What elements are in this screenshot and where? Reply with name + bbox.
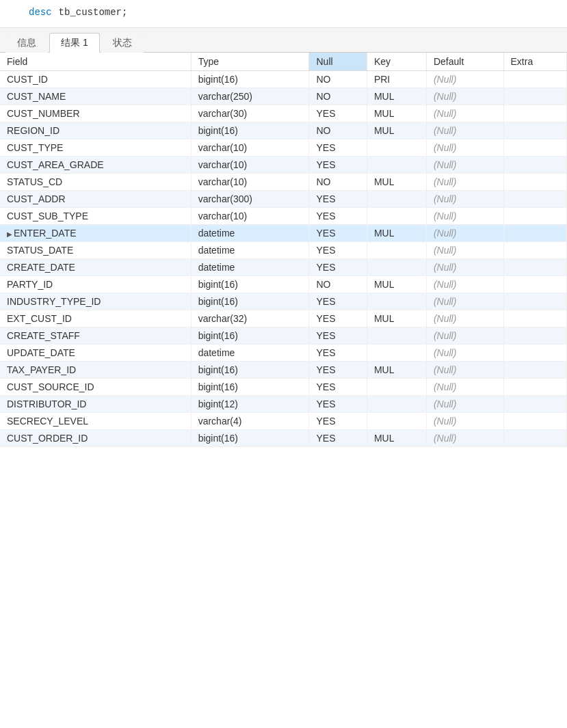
- table-row[interactable]: SECRECY_LEVELvarchar(4)YES(Null): [0, 413, 567, 430]
- cell-extra: [503, 259, 567, 276]
- cell-field: CREATE_DATE: [0, 259, 191, 276]
- table-row[interactable]: EXT_CUST_IDvarchar(32)YESMUL(Null): [0, 310, 567, 327]
- cell-extra: [503, 208, 567, 225]
- cell-null: YES: [309, 225, 367, 242]
- cell-null: NO: [309, 71, 367, 88]
- table-row[interactable]: UPDATE_DATEdatetimeYES(Null): [0, 345, 567, 362]
- cell-extra: [503, 362, 567, 379]
- cell-default: (Null): [426, 208, 503, 225]
- cell-null: YES: [309, 191, 367, 208]
- code-line: desc tb_customer;: [11, 7, 556, 18]
- col-header-null: Null: [309, 53, 367, 71]
- results-area: FieldTypeNullKeyDefaultExtra CUST_IDbigi…: [0, 53, 567, 447]
- cell-null: YES: [309, 327, 367, 345]
- table-row[interactable]: CUST_AREA_GRADEvarchar(10)YES(Null): [0, 157, 567, 174]
- cell-field: CUST_TYPE: [0, 139, 191, 157]
- cell-extra: [503, 105, 567, 122]
- cell-field: TAX_PAYER_ID: [0, 362, 191, 379]
- col-header-key: Key: [367, 53, 426, 71]
- table-row[interactable]: CUST_IDbigint(16)NOPRI(Null): [0, 71, 567, 88]
- cell-default: (Null): [426, 174, 503, 191]
- cell-extra: [503, 276, 567, 293]
- cell-key: [367, 293, 426, 310]
- cell-key: [367, 157, 426, 174]
- cell-type: bigint(16): [191, 362, 309, 379]
- table-row[interactable]: STATUS_DATEdatetimeYES(Null): [0, 242, 567, 259]
- cell-extra: [503, 327, 567, 345]
- col-header-default: Default: [426, 53, 503, 71]
- cell-type: bigint(16): [191, 379, 309, 396]
- table-row[interactable]: CUST_TYPEvarchar(10)YES(Null): [0, 139, 567, 157]
- cell-field: ENTER_DATE: [0, 225, 191, 242]
- cell-field: UPDATE_DATE: [0, 345, 191, 362]
- table-row[interactable]: CUST_ADDRvarchar(300)YES(Null): [0, 191, 567, 208]
- cell-default: (Null): [426, 345, 503, 362]
- cell-null: NO: [309, 276, 367, 293]
- cell-field: INDUSTRY_TYPE_ID: [0, 293, 191, 310]
- table-row[interactable]: ENTER_DATEdatetimeYESMUL(Null): [0, 225, 567, 242]
- table-row[interactable]: REGION_IDbigint(16)NOMUL(Null): [0, 122, 567, 139]
- tab-信息[interactable]: 信息: [5, 33, 48, 53]
- tab-结果 1[interactable]: 结果 1: [49, 33, 100, 53]
- cell-key: [367, 139, 426, 157]
- cell-type: bigint(16): [191, 327, 309, 345]
- cell-extra: [503, 430, 567, 447]
- cell-key: [367, 327, 426, 345]
- cell-default: (Null): [426, 362, 503, 379]
- table-row[interactable]: CUST_NUMBERvarchar(30)YESMUL(Null): [0, 105, 567, 122]
- cell-extra: [503, 139, 567, 157]
- cell-field: STATUS_CD: [0, 174, 191, 191]
- table-row[interactable]: PARTY_IDbigint(16)NOMUL(Null): [0, 276, 567, 293]
- cell-default: (Null): [426, 293, 503, 310]
- cell-field: CUST_ORDER_ID: [0, 430, 191, 447]
- cell-field: SECRECY_LEVEL: [0, 413, 191, 430]
- cell-key: MUL: [367, 122, 426, 139]
- table-row[interactable]: CREATE_STAFFbigint(16)YES(Null): [0, 327, 567, 345]
- code-identifier: tb_customer;: [59, 7, 128, 18]
- cell-field: CUST_ID: [0, 71, 191, 88]
- cell-type: varchar(30): [191, 105, 309, 122]
- results-table: FieldTypeNullKeyDefaultExtra CUST_IDbigi…: [0, 53, 567, 447]
- cell-extra: [503, 71, 567, 88]
- cell-extra: [503, 293, 567, 310]
- cell-type: varchar(4): [191, 413, 309, 430]
- cell-type: datetime: [191, 242, 309, 259]
- cell-extra: [503, 345, 567, 362]
- table-row[interactable]: CUST_NAMEvarchar(250)NOMUL(Null): [0, 88, 567, 105]
- cell-extra: [503, 122, 567, 139]
- cell-extra: [503, 396, 567, 413]
- cell-type: varchar(10): [191, 208, 309, 225]
- cell-default: (Null): [426, 327, 503, 345]
- cell-key: MUL: [367, 225, 426, 242]
- cell-null: YES: [309, 379, 367, 396]
- cell-null: NO: [309, 174, 367, 191]
- table-row[interactable]: DISTRIBUTOR_IDbigint(12)YES(Null): [0, 396, 567, 413]
- tab-状态[interactable]: 状态: [101, 33, 144, 53]
- code-keyword: desc: [29, 7, 52, 18]
- editor-panel: desc tb_customer;: [0, 0, 567, 28]
- cell-extra: [503, 174, 567, 191]
- cell-default: (Null): [426, 191, 503, 208]
- cell-type: varchar(300): [191, 191, 309, 208]
- cell-key: [367, 191, 426, 208]
- cell-type: bigint(16): [191, 71, 309, 88]
- table-row[interactable]: CUST_SOURCE_IDbigint(16)YES(Null): [0, 379, 567, 396]
- cell-null: YES: [309, 413, 367, 430]
- cell-type: varchar(10): [191, 139, 309, 157]
- cell-key: [367, 242, 426, 259]
- cell-type: varchar(10): [191, 157, 309, 174]
- table-row[interactable]: STATUS_CDvarchar(10)NOMUL(Null): [0, 174, 567, 191]
- table-row[interactable]: CUST_ORDER_IDbigint(16)YESMUL(Null): [0, 430, 567, 447]
- cell-field: EXT_CUST_ID: [0, 310, 191, 327]
- cell-extra: [503, 310, 567, 327]
- cell-key: MUL: [367, 88, 426, 105]
- cell-default: (Null): [426, 413, 503, 430]
- cell-key: MUL: [367, 276, 426, 293]
- table-row[interactable]: TAX_PAYER_IDbigint(16)YESMUL(Null): [0, 362, 567, 379]
- cell-field: PARTY_ID: [0, 276, 191, 293]
- cell-field: CREATE_STAFF: [0, 327, 191, 345]
- table-row[interactable]: INDUSTRY_TYPE_IDbigint(16)YES(Null): [0, 293, 567, 310]
- table-row[interactable]: CUST_SUB_TYPEvarchar(10)YES(Null): [0, 208, 567, 225]
- cell-extra: [503, 157, 567, 174]
- table-row[interactable]: CREATE_DATEdatetimeYES(Null): [0, 259, 567, 276]
